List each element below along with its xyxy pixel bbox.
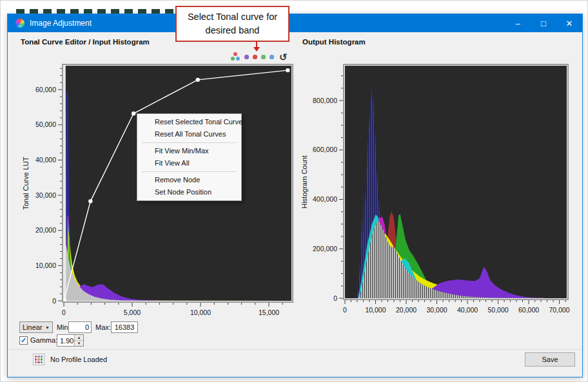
app-color-wheel-icon bbox=[15, 19, 24, 28]
y-tick-label: 30,000 bbox=[35, 191, 56, 199]
menu-item-remove-node[interactable]: Remove Node bbox=[137, 174, 241, 186]
menu-item-reset-selected-tonal-curve[interactable]: Reset Selected Tonal Curve bbox=[137, 116, 241, 128]
annotation-callout: Select Tonal curve for desired band bbox=[175, 6, 289, 42]
x-tick-label: 60,000 bbox=[518, 306, 539, 314]
y-tick-label: 0 bbox=[333, 294, 337, 302]
x-tick-label: 0 bbox=[62, 309, 66, 316]
curve-node[interactable] bbox=[286, 68, 289, 72]
y-tick-label: 60,000 bbox=[35, 86, 56, 93]
background-window-artifact bbox=[16, 9, 175, 14]
y-tick-label: 800,000 bbox=[313, 97, 337, 104]
x-tick-label: 15,000 bbox=[259, 309, 279, 316]
menu-item-fit-view-min-max[interactable]: Fit View Min/Max bbox=[137, 145, 241, 157]
callout-line1: Select Tonal curve for bbox=[177, 10, 288, 24]
y-tick-label: 40,000 bbox=[35, 156, 56, 164]
menu-separator bbox=[142, 171, 237, 172]
y-axis-title: Histogram Count bbox=[300, 155, 308, 209]
min-input[interactable] bbox=[68, 321, 92, 333]
max-label: Max: bbox=[95, 323, 111, 331]
screenshot-canvas: Image Adjustment – □ ✕ Tonal Curve Edito… bbox=[0, 0, 588, 382]
gamma-checkbox[interactable]: ✓ bbox=[19, 336, 28, 345]
title-bar[interactable]: Image Adjustment – □ ✕ bbox=[8, 14, 582, 32]
gamma-value: 1.90 bbox=[57, 335, 74, 346]
menu-separator bbox=[142, 142, 237, 143]
statusbar-divider bbox=[8, 349, 582, 350]
maximize-button[interactable]: □ bbox=[531, 14, 556, 32]
y-tick-label: 200,000 bbox=[313, 245, 337, 253]
curve-node[interactable] bbox=[132, 111, 135, 115]
x-tick-label: 10,000 bbox=[190, 309, 211, 316]
x-tick-label: 20,000 bbox=[396, 306, 416, 314]
status-message: No Profile Loaded bbox=[50, 356, 107, 363]
y-tick-label: 400,000 bbox=[313, 195, 337, 203]
scale-dropdown[interactable]: Linear ▼ bbox=[19, 321, 53, 333]
x-tick-label: 50,000 bbox=[488, 306, 509, 314]
menu-item-set-node-position[interactable]: Set Node Position bbox=[137, 186, 241, 198]
gamma-label: Gamma: bbox=[30, 336, 57, 344]
spin-down-icon[interactable]: ▼ bbox=[75, 341, 83, 346]
save-button[interactable]: Save bbox=[525, 352, 575, 367]
callout-line2: desired band bbox=[177, 24, 288, 37]
curve-node[interactable] bbox=[196, 78, 200, 82]
window-title: Image Adjustment bbox=[30, 19, 92, 28]
scale-dropdown-value: Linear bbox=[23, 323, 43, 331]
menu-item-fit-view-all[interactable]: Fit View All bbox=[137, 157, 241, 169]
checkmark-icon: ✓ bbox=[21, 337, 26, 344]
curve-context-menu: Reset Selected Tonal CurveReset All Tona… bbox=[137, 113, 242, 201]
output-histogram-chart[interactable]: 010,00020,00030,00040,00050,00060,00070,… bbox=[299, 45, 584, 322]
y-tick-label: 10,000 bbox=[35, 262, 56, 269]
max-input[interactable] bbox=[111, 321, 138, 333]
close-button[interactable]: ✕ bbox=[556, 14, 582, 32]
image-adjustment-dialog: Image Adjustment – □ ✕ Tonal Curve Edito… bbox=[7, 14, 583, 377]
gamma-spinner[interactable]: 1.90 ▲ ▼ bbox=[57, 334, 84, 347]
x-tick-label: 40,000 bbox=[457, 306, 478, 314]
x-tick-label: 0 bbox=[343, 306, 347, 314]
menu-item-reset-all-tonal-curves[interactable]: Reset All Tonal Curves bbox=[137, 128, 241, 140]
x-tick-label: 10,000 bbox=[365, 306, 386, 314]
y-tick-label: 20,000 bbox=[35, 226, 56, 234]
x-tick-label: 5,000 bbox=[124, 309, 141, 316]
curve-node[interactable] bbox=[88, 199, 92, 203]
callout-arrowhead-icon bbox=[253, 47, 260, 52]
minimize-button[interactable]: – bbox=[505, 14, 531, 32]
y-tick-label: 50,000 bbox=[35, 120, 56, 128]
y-tick-label: 0 bbox=[52, 297, 56, 305]
y-axis-title: Tonal Curve LUT bbox=[22, 157, 30, 210]
x-tick-label: 30,000 bbox=[426, 306, 447, 314]
y-tick-label: 600,000 bbox=[313, 146, 337, 153]
x-tick-label: 70,000 bbox=[549, 306, 570, 314]
spin-up-icon[interactable]: ▲ bbox=[75, 335, 83, 341]
profile-grid-icon[interactable] bbox=[33, 354, 44, 365]
chevron-down-icon: ▼ bbox=[45, 325, 50, 330]
